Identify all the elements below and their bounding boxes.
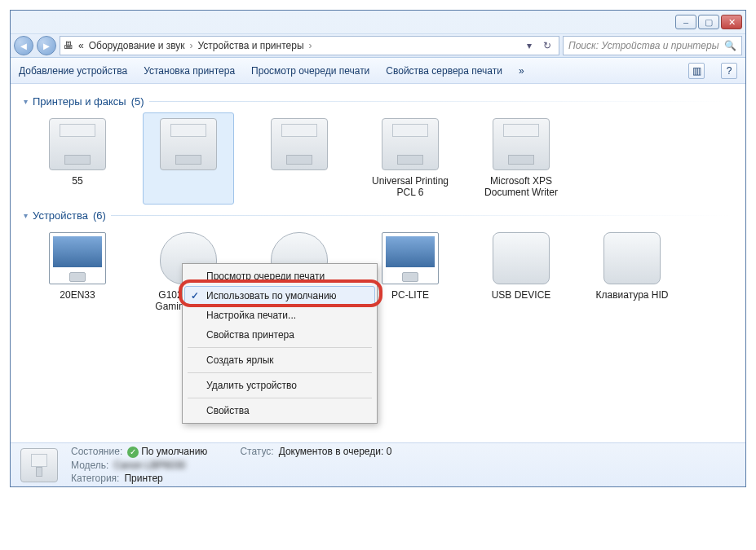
back-button[interactable]: ◄	[14, 36, 33, 55]
details-pane: Состояние: ✓По умолчанию Модель: Canon L…	[11, 442, 745, 486]
close-button[interactable]: ✕	[721, 15, 742, 29]
model-value: Canon LBP6030	[113, 460, 185, 471]
details-columns: Состояние: ✓По умолчанию Модель: Canon L…	[71, 446, 391, 484]
monitor-icon	[49, 232, 106, 284]
cm-print-settings[interactable]: Настройка печати...	[184, 306, 375, 325]
server-props-button[interactable]: Свойства сервера печати	[386, 65, 502, 77]
collapse-icon: ▾	[24, 97, 28, 106]
device-item[interactable]: PC-LITE	[365, 227, 456, 319]
breadcrumb-separator: ›	[190, 40, 193, 51]
cm-properties[interactable]: Свойства	[184, 401, 375, 420]
toolbar-overflow-chevron[interactable]: »	[519, 65, 524, 77]
group-count: (5)	[131, 95, 144, 108]
category-label: Категория:	[71, 473, 119, 484]
printer-icon	[160, 118, 217, 170]
printers-list: 55 Universal Printing PCL 6 Microsoft XP…	[24, 112, 732, 205]
printer-icon	[49, 118, 106, 170]
device-item[interactable]: Клавиатура HID	[586, 227, 678, 319]
printer-icon	[382, 118, 439, 170]
printer-item[interactable]: 55	[32, 112, 123, 205]
device-item[interactable]: USB DEVICE	[475, 227, 567, 319]
printer-item[interactable]	[254, 112, 345, 205]
printer-icon	[271, 118, 328, 170]
search-input[interactable]: Поиск: Устройства и принтеры 🔍	[563, 36, 742, 55]
collapse-icon: ▾	[24, 211, 28, 220]
history-dropdown-icon[interactable]: ▾	[521, 37, 537, 54]
group-title: Принтеры и факсы	[33, 95, 126, 108]
printer-item[interactable]: Microsoft XPS Document Writer	[475, 112, 567, 205]
state-value: ✓По умолчанию	[127, 446, 207, 458]
printer-item-selected[interactable]	[143, 112, 234, 205]
check-icon: ✓	[127, 447, 139, 458]
search-icon[interactable]: 🔍	[724, 40, 736, 51]
add-printer-button[interactable]: Установка принтера	[144, 65, 235, 77]
printer-icon	[493, 118, 550, 170]
device-label: 20EN33	[36, 289, 119, 301]
maximize-button[interactable]: ▢	[698, 15, 719, 29]
group-header-printers[interactable]: ▾ Принтеры и факсы (5)	[24, 95, 732, 108]
device-item[interactable]: 20EN33	[32, 227, 123, 319]
add-device-button[interactable]: Добавление устройства	[19, 65, 127, 77]
device-label: Клавиатура HID	[590, 289, 674, 301]
breadcrumb-separator: ›	[309, 40, 312, 51]
usb-device-icon	[493, 232, 550, 284]
content-area: ▾ Принтеры и факсы (5) 55 Universal Prin…	[11, 84, 745, 442]
cm-remove-device[interactable]: Удалить устройство	[184, 376, 375, 395]
search-placeholder: Поиск: Устройства и принтеры	[568, 40, 718, 51]
computer-icon	[382, 232, 439, 284]
printer-item[interactable]: Universal Printing PCL 6	[365, 112, 456, 205]
group-divider	[111, 215, 732, 216]
printer-label: 55	[36, 175, 119, 187]
printer-label: Microsoft XPS Document Writer	[480, 175, 563, 199]
cm-separator	[188, 347, 372, 348]
status-value: Документов в очереди: 0	[279, 446, 392, 457]
details-thumbnail-icon	[20, 448, 58, 482]
devices-list: 20EN33 G102 Prodigy Gaming Mouse HID-сов…	[24, 227, 732, 319]
devices-and-printers-window: – ▢ ✕ ◄ ► 🖶 « Оборудование и звук › Устр…	[10, 10, 746, 487]
view-mode-button[interactable]: ▥	[688, 63, 705, 79]
breadcrumb-part-1[interactable]: Оборудование и звук	[89, 40, 185, 51]
minimize-button[interactable]: –	[675, 15, 696, 29]
cm-printer-props[interactable]: Свойства принтера	[184, 325, 375, 345]
cm-set-default[interactable]: Использовать по умолчанию	[184, 286, 375, 306]
device-label: PC-LITE	[369, 289, 452, 301]
status-label: Статус:	[240, 446, 273, 457]
toolbar: Добавление устройства Установка принтера…	[11, 58, 745, 84]
navigation-row: ◄ ► 🖶 « Оборудование и звук › Устройства…	[11, 33, 745, 58]
group-header-devices[interactable]: ▾ Устройства (6)	[24, 209, 732, 222]
devices-icon: 🖶	[64, 40, 73, 51]
state-label: Состояние:	[71, 446, 122, 458]
address-bar[interactable]: 🖶 « Оборудование и звук › Устройства и п…	[60, 36, 559, 55]
view-queue-button[interactable]: Просмотр очереди печати	[251, 65, 369, 77]
titlebar: – ▢ ✕	[11, 11, 745, 33]
cm-separator	[188, 372, 372, 373]
cm-view-queue[interactable]: Просмотр очереди печати	[184, 266, 375, 286]
group-count: (6)	[93, 209, 106, 222]
refresh-button[interactable]: ↻	[539, 37, 555, 54]
keyboard-icon	[603, 232, 661, 284]
group-divider	[149, 101, 732, 102]
breadcrumb-part-2[interactable]: Устройства и принтеры	[198, 40, 304, 51]
category-value: Принтер	[124, 473, 162, 484]
breadcrumb-prefix: «	[78, 40, 84, 51]
cm-separator	[188, 398, 372, 398]
printer-context-menu: Просмотр очереди печати Использовать по …	[182, 263, 378, 424]
model-label: Модель:	[71, 460, 108, 471]
group-title: Устройства	[33, 209, 88, 222]
help-button[interactable]: ?	[721, 63, 737, 79]
cm-create-shortcut[interactable]: Создать ярлык	[184, 350, 375, 370]
forward-button[interactable]: ►	[37, 36, 56, 55]
device-label: USB DEVICE	[480, 289, 563, 301]
printer-label: Universal Printing PCL 6	[369, 175, 452, 199]
